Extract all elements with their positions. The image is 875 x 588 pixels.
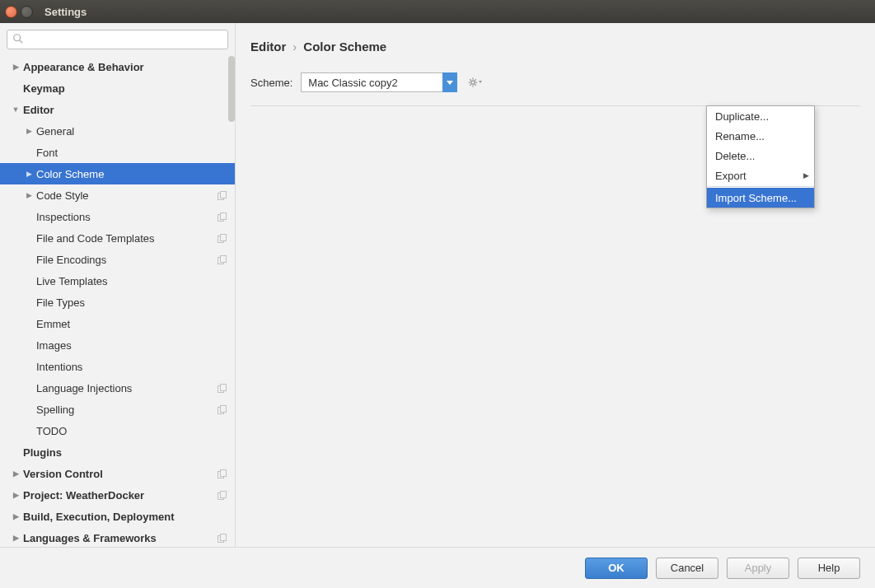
chevron-right-icon: ▶ <box>12 512 20 520</box>
svg-line-27 <box>470 84 471 85</box>
tree-item-label: Appearance & Behavior <box>23 61 144 73</box>
menu-item-label: Export <box>715 170 746 182</box>
project-scope-icon <box>218 491 227 500</box>
menu-item[interactable]: Delete... <box>707 146 814 166</box>
settings-window: Settings ▶Appearance & BehaviorKeymap▼Ed… <box>0 0 875 588</box>
project-scope-icon <box>218 534 227 543</box>
tree-item[interactable]: ▶Languages & Frameworks <box>0 527 235 547</box>
tree-item[interactable]: Inspections <box>0 206 235 227</box>
tree-item-label: Color Scheme <box>36 168 104 180</box>
tree-item-label: Project: WeatherDocker <box>23 489 144 502</box>
chevron-right-icon: ▶ <box>25 191 33 199</box>
tree-item[interactable]: ▶Code Style <box>0 184 235 206</box>
tree-item-label: Live Templates <box>36 275 107 287</box>
chevron-right-icon: ▶ <box>12 534 20 542</box>
tree-item-label: File and Code Templates <box>36 232 155 245</box>
breadcrumb-separator: › <box>292 40 297 54</box>
svg-rect-9 <box>221 255 227 262</box>
search-box <box>7 30 228 49</box>
submenu-arrow-icon: ▶ <box>803 171 809 180</box>
project-scope-icon <box>218 255 227 264</box>
tree-item[interactable]: Intentions <box>0 356 235 377</box>
menu-item-label: Duplicate... <box>715 110 769 123</box>
menu-item[interactable]: Export▶ <box>707 166 814 185</box>
svg-rect-19 <box>221 534 227 540</box>
tree-item[interactable]: Images <box>0 334 235 356</box>
search-input[interactable] <box>7 30 228 49</box>
menu-item-label: Import Scheme... <box>715 192 797 204</box>
tree-item[interactable]: Emmet <box>0 313 235 334</box>
tree-item[interactable]: Spelling <box>0 399 235 420</box>
svg-rect-13 <box>221 405 227 412</box>
chevron-right-icon: ▶ <box>25 127 33 135</box>
scheme-label: Scheme: <box>250 77 292 89</box>
tree-item-label: Plugins <box>23 446 62 459</box>
tree-item[interactable]: Live Templates <box>0 270 235 292</box>
menu-separator <box>707 186 814 187</box>
tree-item-label: Build, Execution, Deployment <box>23 511 174 523</box>
tree-item[interactable]: ▼Editor <box>0 99 235 120</box>
project-scope-icon <box>218 405 227 414</box>
scheme-dropdown[interactable]: Mac Classic copy2 <box>301 72 457 92</box>
project-scope-icon <box>218 469 227 478</box>
scheme-value: Mac Classic copy2 <box>308 77 397 89</box>
tree-item[interactable]: File and Code Templates <box>0 227 235 249</box>
tree-item[interactable]: ▶General <box>0 120 235 142</box>
tree-item[interactable]: ▶Color Scheme <box>0 163 235 184</box>
tree-item[interactable]: File Encodings <box>0 249 235 270</box>
dropdown-arrow-button[interactable] <box>442 72 457 92</box>
tree-item[interactable]: Keymap <box>0 77 235 99</box>
tree-item[interactable]: ▶Project: WeatherDocker <box>0 484 235 506</box>
project-scope-icon <box>218 191 227 200</box>
search-icon <box>12 33 24 44</box>
apply-button[interactable]: Apply <box>727 558 789 579</box>
project-scope-icon <box>218 234 227 243</box>
svg-point-0 <box>14 35 21 41</box>
tree-item-label: Keymap <box>23 82 65 95</box>
close-window-button[interactable] <box>5 6 17 18</box>
tree-item-label: Emmet <box>36 318 70 330</box>
tree-item[interactable]: Language Injections <box>0 377 235 399</box>
svg-rect-3 <box>221 191 227 198</box>
svg-line-25 <box>470 79 471 80</box>
tree-item-label: Languages & Frameworks <box>23 532 157 544</box>
tree-item[interactable]: Plugins <box>0 441 235 463</box>
project-scope-icon <box>218 212 227 222</box>
help-button[interactable]: Help <box>798 558 860 579</box>
tree-item-label: Font <box>36 147 58 159</box>
menu-item[interactable]: Rename... <box>707 126 814 146</box>
titlebar[interactable]: Settings <box>0 0 875 23</box>
ok-button[interactable]: OK <box>585 558 648 579</box>
menu-item[interactable]: Import Scheme... <box>707 188 814 208</box>
tree-item-label: File Types <box>36 296 85 309</box>
tree-item[interactable]: ▶Build, Execution, Deployment <box>0 506 235 527</box>
chevron-down-icon: ▼ <box>12 105 20 114</box>
window-controls <box>5 6 33 18</box>
minimize-window-button[interactable] <box>21 6 33 18</box>
chevron-right-icon: ▶ <box>25 170 33 178</box>
breadcrumb: Editor › Color Scheme <box>250 35 860 58</box>
tree-item[interactable]: Font <box>0 142 235 163</box>
chevron-right-icon: ▶ <box>12 491 20 499</box>
menu-item[interactable]: Duplicate... <box>707 106 814 126</box>
tree-item-label: Inspections <box>36 211 91 223</box>
breadcrumb-part: Editor <box>250 40 286 54</box>
tree-item-label: Version Control <box>23 468 103 480</box>
svg-point-20 <box>471 81 475 84</box>
tree-item[interactable]: ▶Appearance & Behavior <box>0 56 235 77</box>
tree-item[interactable]: TODO <box>0 420 235 441</box>
cancel-button[interactable]: Cancel <box>656 558 718 579</box>
chevron-right-icon: ▶ <box>12 469 20 478</box>
tree-item[interactable]: ▶Version Control <box>0 463 235 484</box>
settings-tree[interactable]: ▶Appearance & BehaviorKeymap▼Editor▶Gene… <box>0 56 235 547</box>
gear-button[interactable] <box>466 72 485 92</box>
svg-rect-11 <box>221 384 227 390</box>
tree-item[interactable]: File Types <box>0 292 235 313</box>
tree-item-label: TODO <box>36 425 67 437</box>
breadcrumb-part: Color Scheme <box>303 40 386 54</box>
sidebar: ▶Appearance & BehaviorKeymap▼Editor▶Gene… <box>0 23 236 547</box>
tree-item-label: General <box>36 125 74 138</box>
svg-rect-17 <box>221 491 227 497</box>
dialog-button-bar: OK Cancel Apply Help <box>0 547 875 588</box>
main-panel: Editor › Color Scheme Scheme: Mac Classi… <box>236 23 875 547</box>
